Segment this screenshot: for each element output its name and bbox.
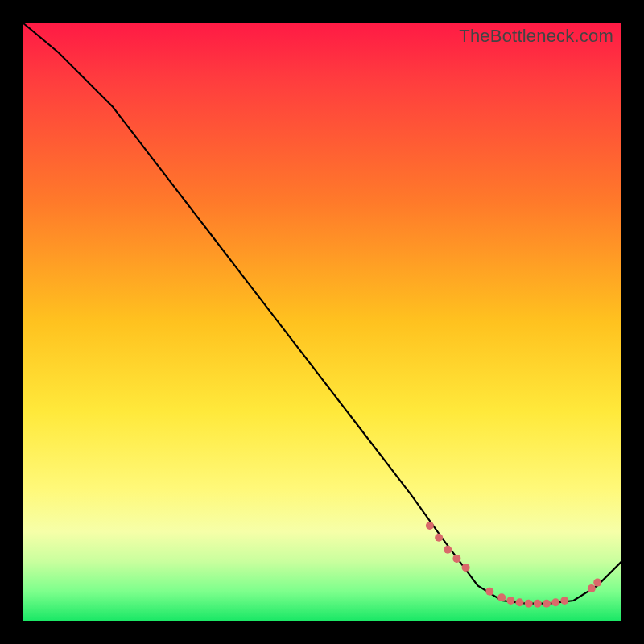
marker-dot [516,598,524,606]
marker-dot [560,597,568,605]
marker-group [426,522,601,608]
marker-dot [452,555,460,563]
marker-dot [462,564,470,572]
marker-dot [551,598,559,606]
marker-dot [593,579,601,587]
marker-dot [485,588,493,596]
marker-dot [525,600,533,608]
marker-dot [506,597,514,605]
plot-area: TheBottleneck.com [23,23,621,621]
marker-dot [543,600,551,608]
marker-dot [444,546,452,554]
marker-dot [435,534,443,542]
chart-frame: TheBottleneck.com [0,0,644,644]
marker-dot [534,600,542,608]
curve-line [23,23,621,604]
chart-svg [23,23,621,621]
marker-dot [497,593,506,601]
marker-dot [426,522,434,530]
marker-dot [588,584,596,592]
